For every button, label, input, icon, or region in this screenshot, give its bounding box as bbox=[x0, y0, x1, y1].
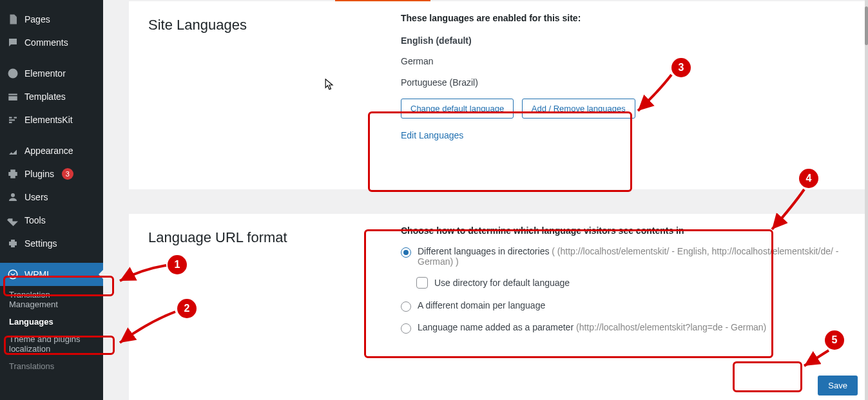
main-content: Site Languages These languages are enabl… bbox=[103, 0, 868, 400]
sidebar-label: Plugins bbox=[24, 169, 54, 179]
sidebar-item-wpml[interactable]: WPML bbox=[0, 263, 103, 286]
sidebar-item-settings[interactable]: Settings bbox=[0, 232, 103, 255]
sidebar-spacer bbox=[0, 255, 103, 263]
radio-icon bbox=[401, 323, 411, 334]
option-label: Language name added as a parameter (http… bbox=[418, 322, 766, 332]
sidebar-item-users[interactable]: Users bbox=[0, 186, 103, 209]
url-option-directories[interactable]: Different languages in directories ( (ht… bbox=[401, 246, 851, 267]
page-icon bbox=[6, 13, 19, 26]
save-button[interactable]: Save bbox=[818, 376, 858, 395]
sidebar-label: Pages bbox=[24, 14, 50, 24]
sidebar-label: ElementsKit bbox=[24, 115, 73, 125]
wpml-sub-translation-management[interactable]: Translation Management bbox=[0, 286, 103, 313]
comment-icon bbox=[6, 36, 19, 49]
svg-point-1 bbox=[11, 193, 15, 197]
language-portuguese-brazil: Portuguese (Brazil) bbox=[401, 75, 851, 90]
option-label-text: Language name added as a parameter bbox=[418, 322, 574, 332]
site-languages-panel: Site Languages These languages are enabl… bbox=[129, 1, 867, 189]
sidebar-item-pages[interactable]: Pages bbox=[0, 8, 103, 31]
use-directory-default-checkbox[interactable]: Use directory for default language bbox=[416, 277, 851, 289]
vertical-scrollbar[interactable] bbox=[865, 0, 868, 400]
add-remove-languages-button[interactable]: Add / Remove languages bbox=[522, 99, 635, 119]
sidebar-label: Elementor bbox=[24, 68, 66, 79]
settings-icon bbox=[6, 237, 19, 250]
radio-icon bbox=[401, 301, 411, 312]
wpml-sub-languages[interactable]: Languages bbox=[0, 313, 103, 330]
sidebar-label: Appearance bbox=[24, 146, 73, 156]
option-label: Different languages in directories ( (ht… bbox=[418, 246, 851, 267]
edit-languages-link[interactable]: Edit Languages bbox=[401, 130, 463, 140]
plugins-update-badge: 3 bbox=[62, 168, 73, 180]
sidebar-item-appearance[interactable]: Appearance bbox=[0, 139, 103, 162]
sidebar-item-tools[interactable]: Tools bbox=[0, 209, 103, 232]
sidebar-label: Tools bbox=[24, 215, 46, 225]
url-option-parameter[interactable]: Language name added as a parameter (http… bbox=[401, 322, 851, 334]
elementskit-icon bbox=[6, 113, 19, 126]
site-languages-helper: These languages are enabled for this sit… bbox=[401, 13, 851, 23]
sidebar-spacer bbox=[0, 131, 103, 139]
url-option-domain[interactable]: A different domain per language bbox=[401, 300, 851, 312]
users-icon bbox=[6, 191, 19, 204]
enabled-languages-list: English (default) German Portuguese (Bra… bbox=[401, 33, 851, 90]
sidebar-label: Users bbox=[24, 192, 48, 202]
svg-point-0 bbox=[8, 69, 18, 79]
admin-sidebar: Pages Comments Elementor Templates Eleme… bbox=[0, 0, 103, 400]
templates-icon bbox=[6, 90, 19, 103]
sidebar-spacer bbox=[0, 0, 103, 8]
wpml-sub-theme-plugins-localization[interactable]: Theme and plugins localization bbox=[0, 330, 103, 357]
sidebar-label: Settings bbox=[24, 238, 57, 249]
sidebar-label: Comments bbox=[24, 37, 68, 48]
sidebar-item-elementor[interactable]: Elementor bbox=[0, 62, 103, 85]
scrollbar-thumb[interactable] bbox=[865, 6, 868, 45]
elementor-icon bbox=[6, 67, 19, 80]
sidebar-item-plugins[interactable]: Plugins 3 bbox=[0, 162, 103, 186]
change-default-language-button[interactable]: Change default language bbox=[401, 99, 514, 119]
sidebar-label: Templates bbox=[24, 91, 66, 102]
wpml-sub-translations[interactable]: Translations bbox=[0, 357, 103, 375]
wpml-icon bbox=[6, 268, 19, 281]
language-german: German bbox=[401, 54, 851, 68]
sidebar-spacer bbox=[0, 54, 103, 62]
tools-icon bbox=[6, 214, 19, 227]
appearance-icon bbox=[6, 144, 19, 157]
language-english-default: English (default) bbox=[401, 33, 851, 48]
sidebar-item-comments[interactable]: Comments bbox=[0, 31, 103, 54]
option-hint: (http://localhost/elementskit?lang=de - … bbox=[574, 322, 766, 332]
radio-icon bbox=[401, 247, 411, 258]
sidebar-item-elementskit[interactable]: ElementsKit bbox=[0, 108, 103, 131]
option-label: A different domain per language bbox=[418, 300, 545, 310]
plugins-icon bbox=[6, 167, 19, 180]
url-format-helper: Choose how to determine which language v… bbox=[401, 225, 851, 236]
sidebar-item-templates[interactable]: Templates bbox=[0, 85, 103, 108]
language-url-format-panel: Language URL format Choose how to determ… bbox=[129, 214, 867, 400]
checkbox-icon bbox=[416, 277, 428, 289]
sidebar-label: WPML bbox=[24, 269, 52, 280]
option-label-text: Different languages in directories bbox=[418, 246, 549, 256]
checkbox-label: Use directory for default language bbox=[434, 278, 570, 288]
